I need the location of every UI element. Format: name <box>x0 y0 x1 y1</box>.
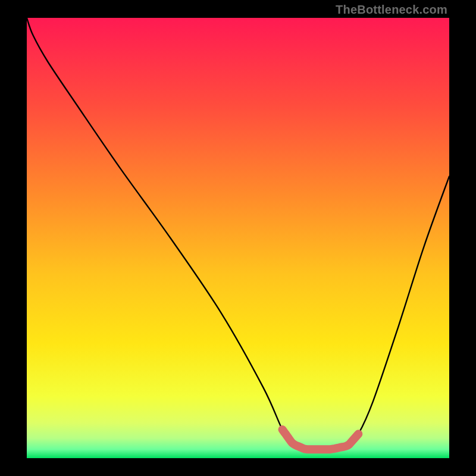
plot-area <box>27 18 449 458</box>
attribution-text: TheBottleneck.com <box>336 3 447 17</box>
gradient-background <box>27 18 449 458</box>
chart-svg <box>27 18 449 458</box>
chart-frame: TheBottleneck.com <box>0 0 476 476</box>
